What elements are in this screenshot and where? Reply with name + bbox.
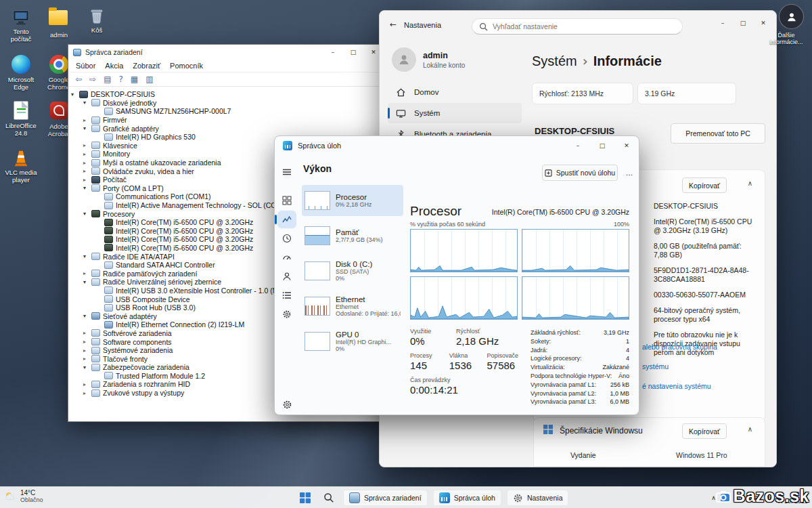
- minimize-button[interactable]: –: [323, 45, 343, 60]
- expand-arrow-icon[interactable]: [83, 177, 91, 183]
- expand-arrow-icon[interactable]: [83, 125, 91, 131]
- copy-button[interactable]: Kopírovať: [682, 177, 727, 193]
- desktop-icon-vlc[interactable]: VLC media player: [3, 148, 39, 184]
- taskbar-app-task-manager[interactable]: Správca úloh: [433, 490, 501, 506]
- settings-search-input[interactable]: Vyhľadať nastavenie: [472, 18, 683, 35]
- rename-pc-button[interactable]: Premenovať toto PC: [671, 123, 765, 144]
- toolbar-icon[interactable]: ▥: [145, 75, 153, 84]
- device-manager-titlebar[interactable]: Správca zariadení – □ ✕: [68, 45, 386, 60]
- desktop-icon-edge[interactable]: Microsoft Edge: [3, 54, 39, 91]
- desktop-icon-recycle-bin[interactable]: Kôš: [78, 5, 115, 35]
- tree-item-label: Intel(R) Core(TM) i5-6500 CPU @ 3.20GHz: [116, 227, 253, 235]
- taskbar-app-device-manager[interactable]: Správca zariadení: [343, 490, 428, 506]
- expand-arrow-icon[interactable]: [83, 330, 91, 336]
- back-button[interactable]: ←: [390, 20, 397, 29]
- settings-link[interactable]: systému: [642, 362, 717, 371]
- collapse-chevron-icon[interactable]: ∧: [748, 179, 752, 187]
- minimize-button[interactable]: –: [566, 136, 590, 155]
- more-options-button[interactable]: …: [623, 165, 636, 181]
- settings-gear-icon[interactable]: [277, 396, 296, 413]
- desktop-icon-admin[interactable]: admin: [41, 7, 77, 39]
- task-manager-titlebar[interactable]: Správca úloh – □ ✕: [275, 136, 639, 155]
- expand-arrow-icon[interactable]: [83, 211, 91, 217]
- taskbar-search-button[interactable]: [320, 490, 338, 506]
- details-icon[interactable]: [277, 287, 296, 304]
- expand-arrow-icon[interactable]: [83, 151, 91, 157]
- menu-item[interactable]: Pomocník: [165, 60, 208, 71]
- device-icon: [91, 253, 100, 260]
- expand-arrow-icon[interactable]: [83, 390, 91, 396]
- performance-icon[interactable]: [277, 211, 296, 228]
- account-header[interactable]: admin Lokálne konto: [380, 43, 530, 81]
- sidebar-item-home[interactable]: Domov: [388, 82, 522, 102]
- settings-link[interactable]: é nastavenia systému: [642, 382, 717, 390]
- toolbar-icon[interactable]: ▤: [104, 75, 111, 84]
- services-icon[interactable]: [277, 305, 296, 323]
- desktop-icon-libreoffice[interactable]: LibreOffice 24.8: [3, 100, 39, 137]
- sidebar-item-system[interactable]: Systém: [388, 103, 522, 123]
- device-icon: [104, 108, 113, 115]
- expand-arrow-icon[interactable]: [83, 364, 91, 371]
- metric-detail: 0%: [336, 275, 372, 282]
- cpu-spec-list: Základná rýchlosť: 3,19 GHz Sokety: 1 Ja…: [531, 329, 629, 406]
- desktop-icon-label: Microsoft Edge: [3, 77, 39, 91]
- copy-button[interactable]: Kopírovať: [682, 423, 727, 439]
- performance-metric-item[interactable]: GPU 0 Intel(R) HD Graphi... 0%: [302, 326, 403, 357]
- toolbar-icon[interactable]: ▦: [131, 75, 138, 84]
- menu-item[interactable]: Súbor: [71, 60, 100, 71]
- expand-arrow-icon[interactable]: [83, 253, 91, 259]
- breadcrumb-parent[interactable]: Systém: [532, 54, 577, 68]
- app-history-icon[interactable]: [277, 230, 296, 247]
- cpu-spec-label: Virtualizácia:: [531, 363, 565, 372]
- desktop-icon-this-pc[interactable]: Tento počítač: [3, 7, 39, 43]
- toolbar-icon[interactable]: ⇨: [89, 75, 96, 84]
- expand-arrow-icon[interactable]: [83, 279, 91, 285]
- toolbar-icon[interactable]: ⇦: [75, 75, 82, 84]
- expand-arrow-icon[interactable]: [83, 339, 91, 345]
- toolbar-icon[interactable]: ?: [118, 75, 122, 84]
- maximize-button[interactable]: □: [590, 136, 614, 155]
- menu-item[interactable]: Akcia: [100, 60, 128, 71]
- expand-arrow-icon[interactable]: [71, 91, 78, 98]
- taskbar-app-settings[interactable]: Nastavenia: [507, 490, 569, 506]
- tree-item[interactable]: Diskové jednotky: [68, 99, 386, 108]
- expand-arrow-icon[interactable]: [83, 313, 91, 319]
- close-button[interactable]: ✕: [614, 136, 639, 155]
- settings-sidebar: admin Lokálne konto Domov Systém: [380, 43, 530, 145]
- performance-metric-item[interactable]: Procesor 0% 2,18 GHz: [302, 185, 403, 216]
- expand-arrow-icon[interactable]: [83, 117, 91, 123]
- menu-item[interactable]: Zobraziť: [128, 60, 165, 71]
- settings-link[interactable]: alebo pracovná skupina: [642, 343, 717, 351]
- expand-arrow-icon[interactable]: [83, 100, 91, 106]
- expand-arrow-icon[interactable]: [83, 160, 91, 166]
- tree-item[interactable]: Firmvér: [68, 116, 386, 125]
- spec-row-value: Windows 11 Pro: [676, 451, 727, 459]
- task-manager-icon: [439, 492, 450, 503]
- expand-arrow-icon[interactable]: [83, 270, 91, 276]
- maximize-button[interactable]: □: [733, 11, 753, 35]
- performance-metric-item[interactable]: Ethernet Ethernet Odoslané: 0 Prijaté: 1…: [302, 291, 403, 322]
- start-button[interactable]: [296, 490, 315, 506]
- menu-icon[interactable]: [277, 163, 296, 181]
- tree-item[interactable]: SAMSUNG MZ7LN256HCHP-000L7: [68, 107, 386, 116]
- startup-apps-icon[interactable]: [277, 249, 296, 266]
- expand-arrow-icon[interactable]: [83, 356, 91, 362]
- expand-arrow-icon[interactable]: [83, 347, 91, 354]
- tree-item[interactable]: DESKTOP-CFSIUIS: [68, 90, 386, 99]
- collapse-chevron-icon[interactable]: ∧: [748, 425, 752, 433]
- minimize-button[interactable]: –: [713, 11, 733, 35]
- stat-label: Popisovače: [487, 352, 518, 359]
- expand-arrow-icon[interactable]: [83, 168, 91, 174]
- performance-metric-item[interactable]: Pamäť 2,7/7,9 GB (34%): [302, 220, 403, 251]
- expand-arrow-icon[interactable]: [83, 381, 91, 387]
- processes-icon[interactable]: [277, 192, 296, 209]
- performance-metric-item[interactable]: Disk 0 (C:) SSD (SATA) 0%: [302, 255, 403, 287]
- expand-arrow-icon[interactable]: [83, 142, 91, 148]
- expand-arrow-icon[interactable]: [83, 185, 91, 191]
- users-icon[interactable]: [277, 268, 296, 285]
- tree-item[interactable]: Grafické adaptéry: [68, 124, 386, 133]
- taskbar-weather-widget[interactable]: 14°C Oblačno: [4, 489, 43, 503]
- spec-value: 8,00 GB (použiteľná pamäť: 7,88 GB): [654, 242, 757, 259]
- run-new-task-button[interactable]: Spustiť novú úlohu: [542, 165, 618, 181]
- maximize-button[interactable]: □: [343, 45, 363, 60]
